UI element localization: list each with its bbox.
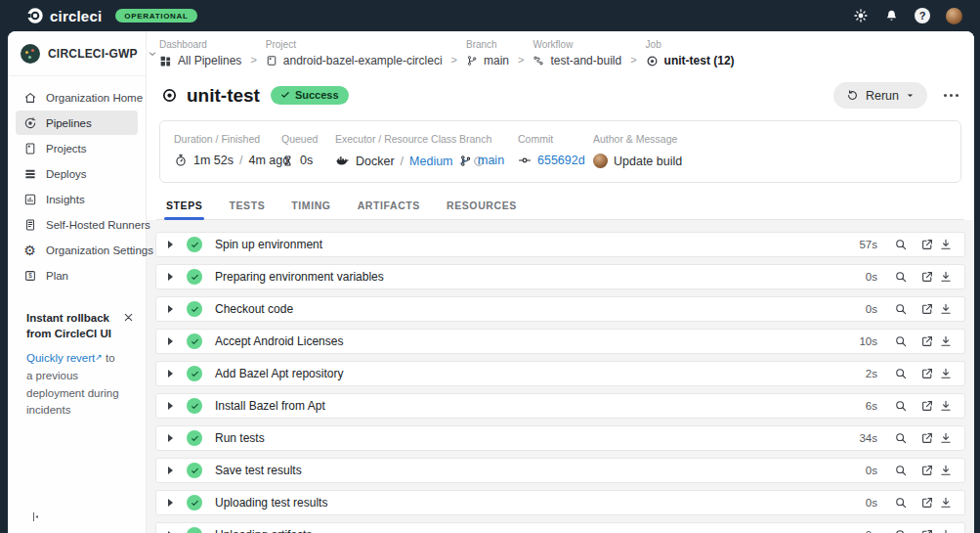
breadcrumb-job[interactable]: unit-test (12) — [646, 54, 735, 67]
search-step-icon[interactable] — [894, 399, 908, 413]
search-step-icon[interactable] — [894, 302, 908, 316]
search-step-icon[interactable] — [894, 367, 908, 380]
queued-value: 0s — [300, 154, 313, 167]
sidebar-item-deploys[interactable]: Deploys — [16, 161, 138, 186]
step-name: Install Bazel from Apt — [215, 399, 325, 413]
download-step-output-icon[interactable] — [939, 334, 953, 348]
org-selector[interactable]: CIRCLECI-GWP — [8, 31, 146, 76]
open-in-new-icon[interactable] — [920, 464, 934, 477]
quickly-revert-link[interactable]: Quickly revert — [26, 352, 95, 364]
breadcrumb-all-pipelines[interactable]: All Pipelines — [159, 54, 241, 67]
tab-timing[interactable]: TIMING — [290, 200, 331, 219]
breadcrumb-separator: > — [250, 54, 256, 67]
breadcrumb-branch[interactable]: main — [466, 54, 509, 67]
tab-artifacts[interactable]: ARTIFACTS — [357, 200, 421, 219]
status-badge: Success — [271, 86, 349, 105]
expand-caret-icon[interactable] — [168, 241, 173, 248]
sidebar-item-label: Deploys — [46, 168, 87, 180]
status-operational-badge[interactable]: OPERATIONAL — [115, 9, 196, 22]
user-avatar[interactable] — [946, 8, 962, 24]
search-step-icon[interactable] — [894, 238, 908, 251]
expand-caret-icon[interactable] — [168, 273, 173, 281]
circleci-logo[interactable]: circleci — [26, 7, 102, 24]
open-in-new-icon[interactable] — [920, 334, 934, 348]
sidebar-item-pipelines[interactable]: Pipelines — [16, 111, 138, 135]
breadcrumb-project[interactable]: android-bazel-example-circleci — [266, 54, 443, 67]
open-in-new-icon[interactable] — [920, 302, 934, 316]
breadcrumb: Dashboard All Pipelines > Project — [156, 39, 964, 67]
step-row[interactable]: Checkout code 0s — [155, 296, 965, 322]
step-row[interactable]: Uploading test results 0s — [155, 490, 965, 515]
check-icon — [280, 90, 290, 100]
collapse-sidebar-icon[interactable] — [30, 511, 41, 522]
open-in-new-icon[interactable] — [920, 431, 934, 445]
step-duration: 10s — [859, 335, 877, 347]
open-in-new-icon[interactable] — [920, 367, 934, 380]
step-row[interactable]: Uploading artifacts 0s — [155, 522, 965, 533]
expand-caret-icon[interactable] — [168, 499, 173, 507]
step-name: Add Bazel Apt repository — [215, 367, 343, 380]
branch-link[interactable]: main — [478, 154, 504, 167]
download-step-output-icon[interactable] — [939, 464, 953, 477]
open-in-new-icon[interactable] — [920, 399, 934, 413]
field-label: Duration / Finished — [174, 133, 281, 145]
tab-resources[interactable]: RESOURCES — [446, 200, 518, 219]
download-step-output-icon[interactable] — [939, 399, 953, 413]
more-actions-button[interactable] — [942, 88, 960, 103]
search-step-icon[interactable] — [894, 528, 908, 533]
step-row[interactable]: Accept Android Licenses 10s — [155, 329, 965, 354]
search-step-icon[interactable] — [894, 270, 908, 284]
search-step-icon[interactable] — [894, 496, 908, 510]
download-step-output-icon[interactable] — [939, 496, 953, 510]
layers-icon — [22, 167, 37, 181]
open-in-new-icon[interactable] — [920, 528, 934, 533]
download-step-output-icon[interactable] — [939, 270, 953, 284]
expand-caret-icon[interactable] — [168, 434, 173, 442]
breadcrumb-workflow[interactable]: test-and-build — [533, 54, 621, 67]
sidebar-item-insights[interactable]: Insights — [16, 187, 138, 211]
open-in-new-icon[interactable] — [920, 238, 934, 251]
open-in-new-icon[interactable] — [920, 496, 934, 510]
sidebar-item-organization-settings[interactable]: ⚙ Organization Settings — [16, 238, 138, 262]
field-label: Commit — [518, 133, 593, 145]
resource-class-link[interactable]: Medium — [409, 155, 452, 168]
step-row[interactable]: Install Bazel from Apt 6s — [155, 393, 965, 419]
search-step-icon[interactable] — [894, 334, 908, 348]
step-duration: 0s — [866, 271, 877, 283]
step-row[interactable]: Spin up environment 57s — [155, 232, 965, 257]
step-name: Uploading test results — [215, 496, 327, 510]
sidebar-item-plan[interactable]: $ Plan — [16, 263, 138, 288]
download-step-output-icon[interactable] — [939, 431, 953, 445]
help-icon[interactable]: ? — [915, 8, 930, 23]
breadcrumb-label: Dashboard — [159, 39, 241, 50]
commit-link[interactable]: 655692d — [537, 154, 585, 167]
tab-steps[interactable]: STEPS — [165, 200, 203, 219]
expand-caret-icon[interactable] — [168, 466, 173, 474]
theme-sun-icon[interactable] — [853, 8, 869, 23]
expand-caret-icon[interactable] — [168, 402, 173, 410]
download-step-output-icon[interactable] — [939, 367, 953, 380]
download-step-output-icon[interactable] — [939, 238, 953, 251]
sidebar-item-self-hosted-runners[interactable]: Self-Hosted Runners — [16, 212, 138, 237]
grid-icon — [159, 55, 172, 67]
expand-caret-icon[interactable] — [168, 370, 173, 378]
notifications-bell-icon[interactable] — [884, 9, 899, 23]
expand-caret-icon[interactable] — [168, 305, 173, 313]
search-step-icon[interactable] — [894, 431, 908, 445]
download-step-output-icon[interactable] — [939, 528, 953, 533]
step-row[interactable]: Run tests 34s — [155, 425, 965, 451]
download-step-output-icon[interactable] — [939, 302, 953, 316]
search-step-icon[interactable] — [894, 464, 908, 477]
step-row[interactable]: Add Bazel Apt repository 2s — [155, 361, 965, 386]
tab-tests[interactable]: TESTS — [228, 200, 266, 219]
sidebar-item-organization-home[interactable]: Organization Home — [16, 85, 138, 110]
step-row[interactable]: Preparing environment variables 0s — [155, 264, 965, 289]
success-check-icon — [187, 301, 202, 317]
job-target-icon — [161, 87, 178, 104]
step-row[interactable]: Save test results 0s — [155, 458, 965, 483]
rerun-button[interactable]: Rerun — [833, 82, 927, 109]
open-in-new-icon[interactable] — [920, 270, 934, 284]
expand-caret-icon[interactable] — [168, 337, 173, 345]
sidebar-item-projects[interactable]: Projects — [16, 136, 138, 160]
close-icon[interactable] — [123, 311, 134, 323]
